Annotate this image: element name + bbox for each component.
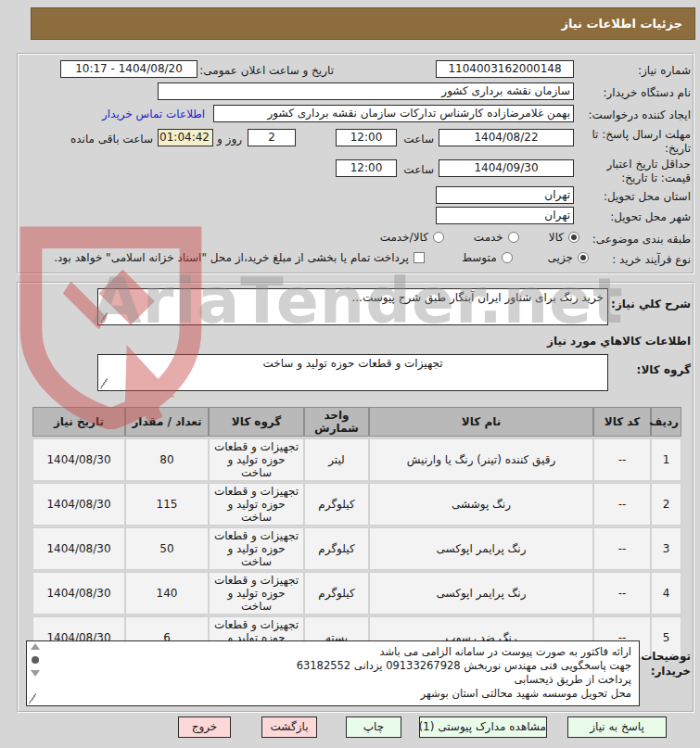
need-desc-text: خرید رنگ برای شناور ایران آبنگار طبق شرح… [351,291,604,304]
response-deadline-date-field[interactable]: 1404/08/22 [439,129,574,146]
radio-goods-service[interactable] [433,232,444,243]
remaining-suffix-label: ساعت باقی مانده [70,132,153,146]
need-desc-textarea[interactable]: خرید رنگ برای شناور ایران آبنگار طبق شرح… [97,288,608,325]
table-row: 3--رنگ پرایمر اپوکسیکیلوگرمتجهیزات و قطع… [32,527,681,570]
scroll-down-icon[interactable] [31,670,40,677]
announce-datetime-label: تاریخ و ساعت اعلان عمومی: [199,63,334,78]
announce-datetime-field[interactable]: 1404/08/20 - 10:17 [60,60,197,78]
radio-medium-label: متوسط [462,250,497,265]
remaining-time-counter: 01:04:42 [158,129,213,146]
scroll-up-icon[interactable] [31,643,40,650]
radio-goods[interactable] [568,232,579,243]
items-table: ردیف کد کالا نام کالا واحد شمارش گروه کا… [32,405,681,661]
radio-goods-service-label: کالا/خدمت [380,230,428,245]
items-table-header-row: ردیف کد کالا نام کالا واحد شمارش گروه کا… [32,407,681,437]
col-quantity: تعداد / مقدار [125,407,209,437]
buyer-org-field[interactable]: سازمان نقشه برداری کشور [158,82,574,100]
back-button[interactable]: بازگشت [261,716,317,738]
col-goods-group: گروه کالا [209,407,304,437]
buyer-notes-textarea[interactable]: ارائه فاکتور به صورت پیوست در سامانه الز… [26,640,640,706]
table-row: 1--رقیق کننده (تینر) رنگ یا وارنیشلیترتج… [32,438,681,481]
buyer-notes-label: توضیحات خریدار: [633,649,691,678]
respond-to-need-button[interactable]: پاسخ به نیاز [567,716,667,738]
table-row: 4--رنگ پرایمر اپوکسیکیلوگرمتجهیزات و قطع… [32,572,681,615]
col-item-name: نام کالا [369,407,593,437]
classification-label: طبقه بندی موضوعی: [592,232,691,247]
request-creator-label: ایجاد کننده درخواست: [588,108,691,122]
radio-medium[interactable] [502,252,513,263]
delivery-city-field[interactable]: تهران [436,207,574,224]
request-creator-field[interactable]: بهمن غلامرضازاده کارشناس تدارکات سازمان … [213,105,574,122]
resize-handle-icon[interactable] [29,693,36,704]
exit-button[interactable]: خروج [178,716,231,738]
col-unit: واحد شمارش [304,407,369,437]
scroll-thumb[interactable] [32,656,39,664]
radio-service-label: خدمت [474,230,503,245]
need-desc-label: شرح کلي نیاز: [611,297,691,311]
view-attachments-button[interactable]: مشاهده مدارک پیوستی (1) [419,716,547,738]
goods-group-textarea[interactable]: تجهیزات و قطعات حوزه تولید و ساخت [97,354,608,391]
col-item-code: کد کالا [593,407,651,437]
price-validity-hour-label: ساعت [403,162,434,177]
price-validity-label: حداقل تاریخ اعتبار قیمت: تا تاریخ: [578,158,691,185]
notes-scrollbar[interactable] [29,643,41,677]
col-need-date: تاریخ نیاز [32,407,125,437]
price-validity-time-field[interactable]: 12:00 [336,159,397,177]
response-deadline-label: مهلت ارسال پاسخ: تا تاریخ: [578,128,691,156]
remaining-days-field: 2 [248,129,296,146]
goods-group-label: گروه کالا: [637,362,691,377]
resize-handle-icon[interactable] [100,378,108,388]
delivery-city-label: شهر محل تحویل: [610,209,691,224]
table-row: 2--رنگ پوششیکیلوگرمتجهیزات و قطعات حوزه … [32,483,681,526]
goods-group-text: تجهیزات و قطعات حوزه تولید و ساخت [262,357,442,370]
buyer-contact-link[interactable]: اطلاعات تماس خریدار [102,108,205,120]
print-button[interactable]: چاپ [346,716,401,738]
remaining-days-label: روز و [217,132,242,146]
radio-partial[interactable] [578,252,589,263]
process-type-label: نوع فرآیند خرید : [612,252,691,267]
radio-service[interactable] [508,232,519,243]
col-row-number: ردیف [651,407,681,437]
treasury-checkbox-label: پرداخت تمام یا بخشی از مبلغ خرید،از محل … [54,250,409,265]
radio-partial-label: جزیی [548,250,573,265]
need-number-field[interactable]: 1104003162000148 [436,60,574,78]
need-number-label: شماره نیاز: [638,63,691,78]
page-title: جزئیات اطلاعات نیاز [31,7,695,40]
response-deadline-time-field[interactable]: 12:00 [336,129,397,146]
price-validity-date-field[interactable]: 1404/09/30 [439,159,574,177]
goods-section-header: اطلاعات کالاهاي مورد نیاز [547,334,691,349]
radio-goods-label: کالا [549,230,564,245]
deadline-hour-label: ساعت [403,132,434,146]
treasury-checkbox[interactable] [414,252,425,263]
buyer-notes-text: ارائه فاکتور به صورت پیوست در سامانه الز… [31,643,635,701]
resize-handle-icon[interactable] [100,312,108,323]
delivery-province-field[interactable]: تهران [436,186,574,204]
delivery-province-label: استان محل تحویل: [604,189,691,204]
buyer-org-label: نام دستگاه خریدار: [604,85,692,100]
